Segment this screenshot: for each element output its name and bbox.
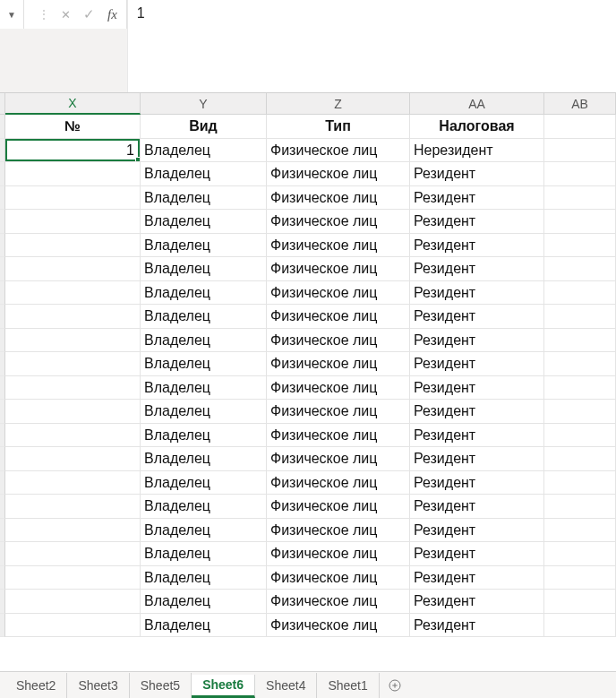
cell[interactable] — [5, 210, 141, 234]
cell[interactable]: Резидент — [410, 566, 544, 590]
cell[interactable]: Резидент — [410, 471, 544, 495]
cell[interactable]: Владелец — [141, 352, 267, 376]
cell[interactable]: Физическое лиц — [267, 186, 410, 211]
cell[interactable]: Резидент — [410, 424, 544, 448]
cell[interactable] — [5, 424, 141, 448]
cell[interactable]: Владелец — [141, 329, 267, 353]
cell[interactable] — [5, 400, 141, 424]
cell[interactable] — [544, 329, 616, 353]
cell[interactable]: Резидент — [410, 519, 544, 543]
confirm-icon[interactable]: ✓ — [83, 6, 95, 22]
cell[interactable] — [544, 519, 616, 543]
cell[interactable]: Физическое лиц — [267, 471, 410, 495]
cell[interactable]: Владелец — [141, 519, 267, 543]
cell[interactable] — [544, 305, 616, 329]
sheet-tab[interactable]: Sheet3 — [67, 673, 129, 698]
cell[interactable] — [544, 352, 616, 376]
cell[interactable]: 1 — [5, 139, 141, 163]
formula-input[interactable]: 1 — [128, 0, 616, 92]
cell[interactable] — [5, 234, 141, 258]
cell[interactable]: Владелец — [141, 566, 267, 590]
cell[interactable]: Резидент — [410, 614, 544, 638]
cell[interactable] — [544, 424, 616, 448]
cell[interactable] — [5, 447, 141, 471]
column-header[interactable]: Y — [141, 93, 267, 115]
cell[interactable]: Владелец — [141, 281, 267, 306]
cell[interactable] — [5, 376, 141, 401]
cell[interactable]: Резидент — [410, 329, 544, 353]
cell[interactable] — [544, 400, 616, 424]
cell[interactable]: Владелец — [141, 376, 267, 401]
cell[interactable]: Резидент — [410, 281, 544, 306]
cell[interactable]: Владелец — [141, 139, 267, 163]
cell[interactable]: Владелец — [141, 400, 267, 424]
cell[interactable]: Налоговая — [410, 115, 544, 139]
cell[interactable]: Физическое лиц — [267, 447, 410, 471]
cell[interactable]: Владелец — [141, 542, 267, 566]
cell[interactable] — [5, 519, 141, 543]
cell[interactable]: Владелец — [141, 424, 267, 448]
cell[interactable]: Резидент — [410, 210, 544, 234]
cell[interactable] — [544, 139, 616, 163]
cell[interactable] — [5, 352, 141, 376]
cell[interactable] — [5, 471, 141, 495]
cell[interactable]: Физическое лиц — [267, 400, 410, 424]
cell[interactable]: Нерезидент — [410, 139, 544, 163]
cell[interactable]: Владелец — [141, 210, 267, 234]
cell[interactable]: Резидент — [410, 234, 544, 258]
cell[interactable] — [544, 542, 616, 566]
cell[interactable]: Физическое лиц — [267, 305, 410, 329]
cell[interactable] — [544, 590, 616, 614]
cell[interactable]: Резидент — [410, 495, 544, 519]
column-header[interactable]: Z — [267, 93, 410, 115]
cell[interactable]: Физическое лиц — [267, 519, 410, 543]
fx-icon[interactable]: fx — [107, 7, 117, 22]
cell[interactable] — [5, 590, 141, 614]
cell[interactable] — [5, 257, 141, 281]
cell[interactable] — [544, 210, 616, 234]
cell[interactable]: Резидент — [410, 542, 544, 566]
cell[interactable]: Владелец — [141, 614, 267, 638]
column-header[interactable]: X — [5, 93, 141, 115]
cell[interactable]: Резидент — [410, 376, 544, 401]
cell[interactable] — [5, 542, 141, 566]
cell[interactable] — [5, 186, 141, 211]
cell[interactable] — [544, 495, 616, 519]
cell[interactable] — [544, 614, 616, 638]
cell[interactable]: Резидент — [410, 590, 544, 614]
cell[interactable] — [5, 566, 141, 590]
sheet-tab[interactable]: Sheet6 — [192, 675, 255, 698]
cell[interactable]: Резидент — [410, 305, 544, 329]
cell[interactable]: Физическое лиц — [267, 352, 410, 376]
cell[interactable]: Резидент — [410, 400, 544, 424]
sheet-tab[interactable]: Sheet4 — [255, 673, 317, 698]
chevron-down-icon[interactable]: ▼ — [4, 4, 20, 25]
cell[interactable] — [5, 614, 141, 638]
cell[interactable]: Тип — [267, 115, 410, 139]
cell[interactable]: Резидент — [410, 352, 544, 376]
cell[interactable]: Владелец — [141, 447, 267, 471]
cell[interactable]: Физическое лиц — [267, 542, 410, 566]
cell[interactable] — [544, 376, 616, 401]
cell[interactable]: Физическое лиц — [267, 614, 410, 638]
cell[interactable] — [544, 447, 616, 471]
column-header[interactable]: AA — [410, 93, 544, 115]
cell[interactable] — [5, 495, 141, 519]
cell[interactable]: Физическое лиц — [267, 281, 410, 306]
cell[interactable]: Владелец — [141, 257, 267, 281]
cell[interactable]: Владелец — [141, 162, 267, 186]
cell[interactable] — [544, 281, 616, 306]
cell[interactable] — [544, 234, 616, 258]
cell[interactable]: Владелец — [141, 234, 267, 258]
cell[interactable]: Физическое лиц — [267, 139, 410, 163]
cell[interactable]: Физическое лиц — [267, 566, 410, 590]
cell[interactable]: Физическое лиц — [267, 495, 410, 519]
cell[interactable] — [544, 186, 616, 211]
cell[interactable]: Физическое лиц — [267, 257, 410, 281]
cell[interactable]: Владелец — [141, 590, 267, 614]
cell[interactable] — [5, 162, 141, 186]
cell[interactable]: Резидент — [410, 162, 544, 186]
cell[interactable]: Владелец — [141, 495, 267, 519]
cell[interactable]: № — [5, 115, 141, 139]
cell[interactable]: Физическое лиц — [267, 376, 410, 401]
